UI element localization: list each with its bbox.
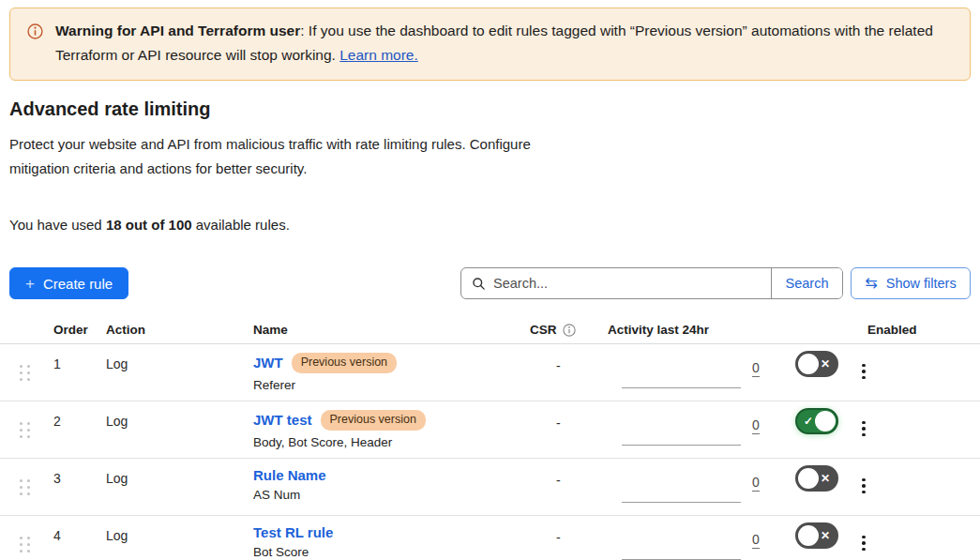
show-filters-label: Show filters: [886, 276, 957, 291]
rule-csr-value: -: [511, 344, 589, 401]
rule-order: 4: [42, 516, 97, 560]
rule-enabled-cell: ✓ ✕: [767, 516, 839, 560]
create-rule-label: Create rule: [43, 276, 113, 292]
rule-menu-cell: [839, 516, 924, 560]
rule-menu-cell: [839, 401, 924, 458]
create-rule-button[interactable]: + Create rule: [9, 267, 128, 299]
header-enabled: Enabled: [839, 323, 924, 337]
rule-name-link[interactable]: JWT test: [253, 412, 312, 428]
rule-enabled-cell: ✓ ✕: [767, 344, 839, 401]
rule-menu-cell: [839, 344, 924, 401]
toggle-knob: [798, 354, 819, 374]
rule-name-cell: Rule Name AS Num: [234, 459, 511, 515]
rule-criteria: AS Num: [253, 488, 511, 502]
rule-name-cell: JWT Previous version Referer: [234, 344, 511, 401]
previous-version-badge: Previous version: [321, 410, 426, 431]
toggle-knob: [815, 411, 836, 431]
activity-count[interactable]: 0: [752, 417, 760, 434]
rule-order: 3: [42, 459, 97, 515]
warning-bold-text: Warning for API and Terraform user: [55, 23, 300, 38]
page-title: Advanced rate limiting: [9, 98, 971, 120]
toolbar-right: Search ⇆ Show filters: [460, 267, 971, 299]
search-icon: [461, 268, 486, 298]
table-body: 1 Log JWT Previous version Referer - 0 ✓…: [0, 344, 980, 560]
rule-name-link[interactable]: Test RL rule: [253, 524, 333, 540]
kebab-menu-icon[interactable]: [856, 477, 871, 496]
advanced-rate-limiting-page: Warning for API and Terraform user: If y…: [0, 0, 980, 560]
csr-info-icon[interactable]: [563, 324, 576, 337]
table-row: 1 Log JWT Previous version Referer - 0 ✓…: [0, 344, 980, 401]
enabled-toggle[interactable]: ✓ ✕: [795, 522, 838, 549]
kebab-menu-icon[interactable]: [856, 362, 871, 382]
swap-arrows-icon: ⇆: [865, 276, 877, 291]
toggle-knob: [798, 468, 819, 489]
header-action: Action: [97, 323, 234, 337]
usage-prefix: You have used: [9, 217, 106, 233]
enabled-toggle[interactable]: ✓ ✕: [795, 408, 838, 434]
activity-count[interactable]: 0: [752, 475, 760, 492]
usage-count: 18 out of 100: [106, 217, 192, 233]
check-icon: ✓: [804, 416, 813, 427]
drag-handle-icon[interactable]: [20, 422, 30, 438]
search-control: Search: [460, 267, 843, 299]
warning-text: Warning for API and Terraform user: If y…: [55, 19, 942, 68]
kebab-menu-icon[interactable]: [856, 534, 871, 553]
rule-name-link[interactable]: Rule Name: [253, 467, 326, 483]
header-name: Name: [234, 323, 511, 337]
usage-text: You have used 18 out of 100 available ru…: [9, 217, 971, 233]
enabled-toggle[interactable]: ✓ ✕: [795, 465, 838, 492]
row-handle-cell: [0, 459, 42, 515]
rule-csr-value: -: [511, 516, 589, 560]
drag-handle-icon[interactable]: [20, 479, 30, 495]
rule-action: Log: [97, 459, 234, 515]
activity-count[interactable]: 0: [752, 360, 760, 377]
rule-activity-cell: 0: [589, 344, 767, 401]
rule-name-link[interactable]: JWT: [253, 355, 283, 371]
plus-icon: +: [25, 276, 35, 292]
rule-enabled-cell: ✓ ✕: [767, 401, 839, 458]
rules-table: Order Action Name CSR Activity last 24hr…: [0, 316, 980, 560]
rule-action: Log: [97, 401, 234, 458]
activity-count[interactable]: 0: [752, 532, 760, 549]
rule-criteria: Bot Score: [253, 545, 511, 559]
drag-handle-icon[interactable]: [20, 537, 30, 552]
header-csr-label: CSR: [530, 323, 557, 337]
previous-version-badge: Previous version: [292, 353, 397, 373]
row-handle-cell: [0, 516, 42, 560]
header-csr: CSR: [511, 323, 589, 337]
rule-action: Log: [97, 516, 234, 560]
search-input[interactable]: [486, 268, 771, 298]
rule-action: Log: [97, 344, 234, 401]
x-icon: ✕: [821, 473, 830, 484]
x-icon: ✕: [821, 358, 830, 370]
rule-criteria: Body, Bot Score, Header: [253, 435, 511, 449]
usage-suffix: available rules.: [192, 217, 290, 233]
rule-csr-value: -: [511, 401, 589, 458]
row-handle-cell: [0, 344, 42, 401]
enabled-toggle[interactable]: ✓ ✕: [795, 351, 838, 377]
warning-banner: Warning for API and Terraform user: If y…: [9, 8, 971, 81]
table-header-row: Order Action Name CSR Activity last 24hr…: [0, 316, 980, 344]
rule-activity-cell: 0: [589, 401, 767, 458]
row-handle-cell: [0, 401, 42, 458]
rule-activity-cell: 0: [589, 516, 767, 560]
rule-menu-cell: [839, 459, 924, 515]
rule-activity-cell: 0: [589, 459, 767, 515]
rule-order: 2: [42, 401, 97, 458]
activity-sparkline: [622, 387, 741, 388]
activity-sparkline: [622, 502, 741, 503]
search-button[interactable]: Search: [771, 268, 842, 298]
show-filters-button[interactable]: ⇆ Show filters: [851, 267, 971, 299]
table-row: 3 Log Rule Name AS Num - 0 ✓ ✕: [0, 459, 980, 516]
activity-sparkline: [622, 445, 741, 446]
rule-criteria: Referer: [253, 378, 511, 392]
kebab-menu-icon[interactable]: [856, 419, 871, 439]
table-row: 2 Log JWT test Previous version Body, Bo…: [0, 401, 980, 459]
rule-order: 1: [42, 344, 97, 401]
toolbar: + Create rule Search ⇆ Show filters: [9, 267, 971, 299]
header-order: Order: [42, 323, 97, 337]
rule-name-cell: JWT test Previous version Body, Bot Scor…: [234, 401, 511, 458]
drag-handle-icon[interactable]: [20, 365, 30, 381]
learn-more-link[interactable]: Learn more.: [339, 47, 418, 63]
rule-name-cell: Test RL rule Bot Score: [234, 516, 511, 560]
